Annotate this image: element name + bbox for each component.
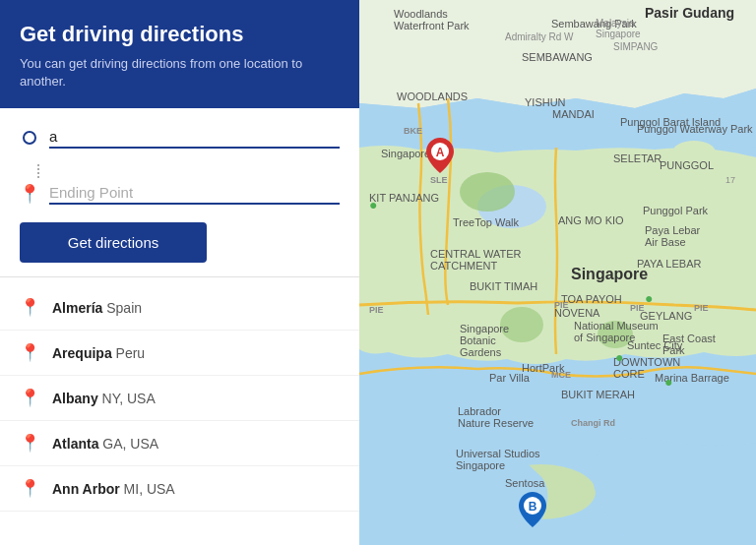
suggestion-item[interactable]: 📍 Arequipa Peru xyxy=(0,331,359,376)
left-panel: Get driving directions You can get drivi… xyxy=(0,0,359,545)
svg-text:B: B xyxy=(529,500,537,514)
directions-form: 📍 Get directions xyxy=(0,108,359,277)
suggestion-item[interactable]: 📍 Atlanta GA, USA xyxy=(0,421,359,466)
ending-point-row: 📍 xyxy=(20,182,340,205)
svg-marker-1 xyxy=(359,0,756,108)
suggestion-item[interactable]: 📍 Ann Arbor MI, USA xyxy=(0,466,359,512)
suggestion-pin-icon: 📍 xyxy=(20,297,40,318)
suggestion-text: Arequipa Peru xyxy=(52,345,145,361)
header-subtitle: You can get driving directions from one … xyxy=(20,55,340,91)
starting-point-input[interactable] xyxy=(49,126,340,149)
suggestion-text: Almería Spain xyxy=(52,300,142,316)
suggestion-pin-icon: 📍 xyxy=(20,433,40,454)
suggestion-text: Ann Arbor MI, USA xyxy=(52,481,175,497)
page-title: Get driving directions xyxy=(20,22,340,47)
svg-text:A: A xyxy=(436,146,445,159)
suggestion-pin-icon: 📍 xyxy=(20,478,40,499)
svg-point-7 xyxy=(460,172,515,212)
suggestions-list: 📍 Almería Spain 📍 Arequipa Peru 📍 Albany… xyxy=(0,277,359,545)
svg-point-4 xyxy=(701,155,756,199)
suggestion-text: Albany NY, USA xyxy=(52,391,156,406)
suggestion-pin-icon: 📍 xyxy=(20,388,40,408)
header-section: Get driving directions You can get drivi… xyxy=(0,0,359,108)
svg-point-9 xyxy=(598,321,633,348)
svg-point-5 xyxy=(672,141,716,164)
suggestion-item[interactable]: 📍 Almería Spain xyxy=(0,285,359,331)
route-dotted-line xyxy=(37,164,39,178)
ending-point-input[interactable] xyxy=(49,182,340,205)
marker-b: B xyxy=(519,492,546,525)
suggestion-pin-icon: 📍 xyxy=(20,342,40,363)
svg-point-8 xyxy=(500,307,543,342)
suggestion-item[interactable]: 📍 Albany NY, USA xyxy=(0,376,359,421)
starting-point-row xyxy=(20,126,340,149)
map-panel: WoodlandsWaterfront Park Pasir Gudang Se… xyxy=(359,0,756,545)
get-directions-button[interactable]: Get directions xyxy=(20,222,207,263)
pin-marker-icon: 📍 xyxy=(20,185,39,203)
map-background xyxy=(359,0,756,545)
marker-a: A xyxy=(426,138,454,171)
circle-marker-icon xyxy=(20,131,39,145)
suggestion-text: Atlanta GA, USA xyxy=(52,436,158,452)
